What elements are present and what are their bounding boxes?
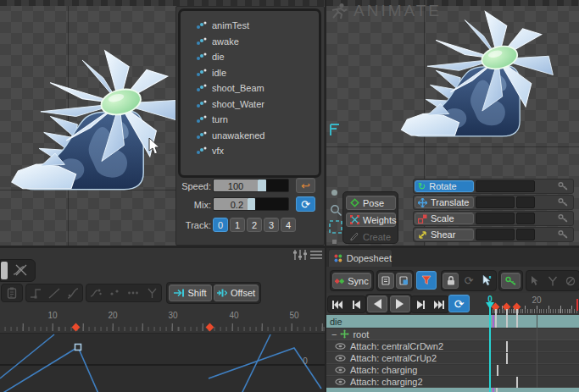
clear-selection-icon[interactable]	[565, 276, 576, 286]
graph-timeline-ruler[interactable]: 10 20 30 40 50	[0, 311, 325, 333]
attachment-row[interactable]: Attach: centralCrUp2	[326, 353, 579, 364]
rotate-button[interactable]: ↻ Rotate	[415, 180, 474, 192]
go-to-start-button[interactable]	[329, 297, 346, 312]
next-key-button[interactable]	[412, 297, 429, 312]
scale-key-icon[interactable]	[558, 213, 569, 224]
keyframe-stem[interactable]	[516, 309, 518, 328]
attachment-row[interactable]: Attach: charging2	[326, 377, 579, 388]
graph-curve-area[interactable]: 0	[0, 333, 325, 392]
mix-loop-button[interactable]: ⟳	[296, 196, 315, 212]
play-forward-button[interactable]	[390, 295, 410, 312]
animation-item-label: turn	[212, 114, 228, 124]
curve-key-handle[interactable]	[75, 345, 81, 351]
speed-slider-handle[interactable]	[258, 179, 266, 192]
weights-button[interactable]: Weights	[346, 213, 396, 227]
animation-item[interactable]: awake	[196, 34, 315, 50]
scale-button[interactable]: Scale	[415, 213, 474, 224]
animate-viewport[interactable]: ANIMATE Pose Weights Creat	[326, 0, 579, 248]
ruler-minor-ticks[interactable]	[490, 309, 578, 313]
stepped-curve-icon[interactable]	[30, 288, 42, 299]
select-pointer-icon[interactable]	[530, 276, 540, 286]
linear-curve-icon[interactable]	[48, 288, 60, 299]
keyframe-mark[interactable]	[506, 353, 508, 364]
preview-settings-panel: animTest awake die idle shoot_Beam shoot…	[175, 6, 325, 246]
animation-item[interactable]: shoot_Water	[196, 97, 315, 113]
track-button-3[interactable]: 3	[264, 218, 279, 232]
tab-dopesheet[interactable]: Dopesheet	[328, 249, 392, 267]
play-backward-button[interactable]	[367, 295, 387, 312]
create-button[interactable]: Create	[346, 229, 396, 244]
cycle-button[interactable]: ⟳	[460, 273, 476, 289]
graph-tab-edge-button[interactable]	[1, 262, 8, 279]
speed-reset-button[interactable]: ↩	[296, 178, 315, 193]
attachment-row[interactable]: Attach: centralCrDwn2	[326, 341, 579, 352]
collapse-icon[interactable]: −	[331, 329, 337, 340]
key-button[interactable]	[501, 273, 521, 289]
translate-button[interactable]: Translate	[415, 196, 474, 208]
keyframe-mark[interactable]	[516, 377, 518, 388]
keyframe-mark[interactable]	[497, 365, 498, 376]
animation-item[interactable]: die	[196, 49, 315, 65]
mix-slider-handle[interactable]	[248, 198, 255, 211]
cycle-curve-icon[interactable]	[90, 288, 102, 299]
track-button-2[interactable]: 2	[247, 218, 262, 232]
view-options-icon[interactable]	[293, 250, 307, 260]
keyframe-stem[interactable]	[506, 309, 508, 328]
rotate-value-field[interactable]	[476, 180, 535, 192]
keyframe-mark[interactable]	[506, 341, 508, 352]
flip-handles-icon[interactable]	[147, 288, 158, 299]
animation-item[interactable]: turn	[196, 112, 315, 128]
copy-keys-button[interactable]	[378, 273, 394, 289]
translate-x-field[interactable]	[476, 196, 515, 208]
split-keys-icon[interactable]	[548, 276, 558, 286]
animation-item[interactable]: shoot_Beam	[196, 80, 315, 97]
filter-button[interactable]	[416, 271, 437, 290]
three-keys-icon[interactable]	[127, 288, 139, 298]
mix-slider[interactable]: 0.2	[213, 197, 289, 211]
keyframe-stem[interactable]	[495, 309, 497, 328]
lock-button[interactable]	[443, 273, 459, 289]
auto-key-pointer-button[interactable]	[479, 273, 495, 289]
shift-button[interactable]: Shift	[169, 284, 212, 301]
speed-slider[interactable]: 100	[213, 179, 289, 192]
translate-key-icon[interactable]	[558, 197, 569, 207]
playhead-line[interactable]	[489, 303, 491, 392]
animation-row[interactable]: die	[326, 315, 579, 328]
zoom-tool-icon[interactable]	[330, 204, 342, 217]
translate-y-field[interactable]	[516, 196, 535, 208]
paste-pose-icon[interactable]	[7, 287, 17, 299]
animation-item[interactable]: unawakened	[196, 128, 315, 144]
dot-tool-icon[interactable]	[331, 190, 337, 196]
track-button-1[interactable]: 1	[230, 218, 245, 232]
curves-toggle-icon[interactable]	[12, 263, 29, 278]
bone-row-root[interactable]: − root	[326, 329, 579, 340]
scale-tool-row: Scale	[413, 211, 574, 226]
shear-button[interactable]: Shear	[415, 229, 474, 240]
two-keys-icon[interactable]	[109, 288, 120, 298]
go-to-end-button[interactable]	[431, 297, 448, 312]
shear-x-field[interactable]	[476, 229, 515, 240]
rotate-key-icon[interactable]	[558, 181, 569, 191]
offset-button[interactable]: Offset	[214, 284, 259, 301]
previous-key-button[interactable]	[348, 297, 365, 312]
sync-button[interactable]: Sync	[332, 273, 371, 289]
timeline-summary-strip[interactable]	[326, 388, 579, 392]
track-button-0[interactable]: 0	[213, 218, 228, 232]
panel-menu-icon[interactable]	[310, 251, 322, 259]
track-button-4[interactable]: 4	[281, 218, 296, 232]
shear-y-field[interactable]	[516, 229, 535, 240]
keyframe-mark-purple[interactable]	[493, 315, 494, 328]
skeleton-image	[398, 0, 565, 156]
scale-y-field[interactable]	[516, 213, 535, 224]
loop-playback-button[interactable]: ⟳	[448, 295, 470, 312]
animation-item[interactable]: animTest	[196, 18, 315, 34]
attachment-row[interactable]: Attach: charging	[326, 365, 579, 376]
shear-key-icon[interactable]	[558, 229, 569, 240]
animation-item[interactable]: vfx	[196, 143, 315, 159]
select-box-tool-icon[interactable]	[328, 219, 343, 235]
scale-x-field[interactable]	[476, 213, 515, 224]
paste-keys-button[interactable]	[396, 273, 412, 289]
bezier-curve-icon[interactable]	[67, 288, 79, 299]
pose-button[interactable]: Pose	[346, 196, 396, 210]
animation-item[interactable]: idle	[196, 65, 315, 81]
